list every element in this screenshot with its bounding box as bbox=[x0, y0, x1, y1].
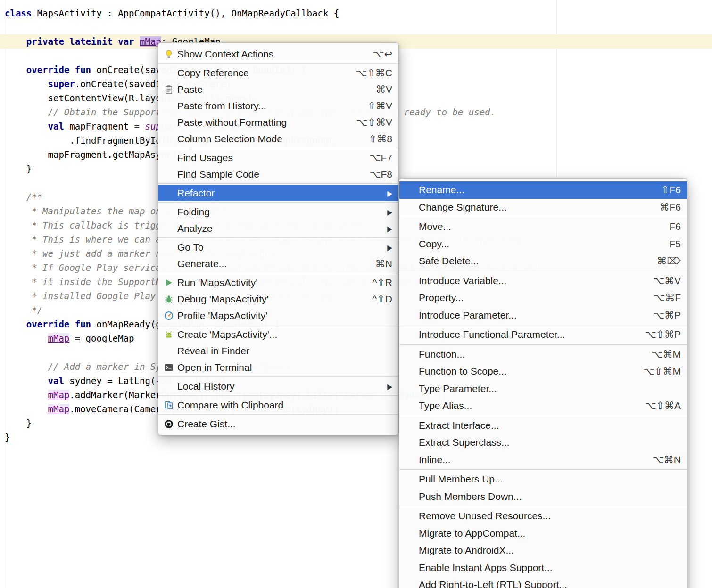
menu-item-shortcut: ⌥⇧⌘V bbox=[356, 117, 392, 128]
code-text bbox=[5, 376, 48, 386]
menu-item-shortcut: ^⇧R bbox=[372, 277, 392, 288]
menu-separator bbox=[399, 344, 687, 345]
menu-item-show-context-actions[interactable]: Show Context Actions⌥↩ bbox=[158, 46, 398, 62]
menu-item-copy-reference[interactable]: Copy Reference⌥⇧⌘C bbox=[158, 65, 398, 81]
code-text: } bbox=[5, 418, 32, 428]
run-icon bbox=[163, 277, 174, 288]
menu-item-shortcut: ⌥⌘P bbox=[653, 310, 681, 321]
menu-item-introduce-parameter[interactable]: Introduce Parameter...⌥⌘P bbox=[399, 307, 687, 324]
code-text bbox=[5, 36, 26, 47]
menu-item-label: Folding bbox=[177, 206, 376, 218]
menu-item-shortcut: ⌥⇧⌘M bbox=[643, 366, 681, 377]
menu-item-column-selection-mode[interactable]: Column Selection Mode⇧⌘8 bbox=[158, 131, 398, 147]
menu-item-property[interactable]: Property...⌥⌘F bbox=[399, 289, 687, 307]
menu-item-add-right-to-left-rtl-support[interactable]: Add Right-to-Left (RTL) Support... bbox=[399, 576, 687, 588]
menu-separator bbox=[158, 202, 398, 203]
menu-item-move[interactable]: Move...F6 bbox=[399, 218, 687, 236]
menu-item-paste-from-history[interactable]: Paste from History...⇧⌘V bbox=[158, 98, 398, 114]
menu-item-open-in-terminal[interactable]: Open in Terminal bbox=[158, 359, 398, 376]
code-text: = googleMap bbox=[69, 333, 134, 343]
menu-item-label: Local History bbox=[177, 381, 376, 392]
menu-item-debug-mapsactivity[interactable]: Debug 'MapsActivity'^⇧D bbox=[158, 291, 398, 307]
menu-item-go-to[interactable]: Go To▶ bbox=[158, 239, 398, 255]
menu-item-reveal-in-finder[interactable]: Reveal in Finder bbox=[158, 343, 398, 359]
terminal-icon bbox=[163, 362, 174, 373]
menu-item-extract-superclass[interactable]: Extract Superclass... bbox=[399, 434, 687, 451]
menu-item-function-to-scope[interactable]: Function to Scope...⌥⇧⌘M bbox=[399, 363, 687, 380]
menu-item-label: Enable Instant Apps Support... bbox=[419, 562, 681, 573]
menu-separator bbox=[399, 469, 687, 470]
menu-item-copy[interactable]: Copy...F5 bbox=[399, 236, 687, 253]
menu-item-shortcut: ⌥⌘N bbox=[653, 454, 681, 466]
gutter-guide-line bbox=[4, 0, 4, 588]
menu-item-label: Function... bbox=[419, 349, 640, 360]
menu-item-create-mapsactivity[interactable]: Create 'MapsActivity'... bbox=[158, 326, 398, 343]
menu-item-migrate-to-androidx[interactable]: Migrate to AndroidX... bbox=[399, 542, 687, 559]
icon-placeholder bbox=[163, 206, 174, 218]
menu-item-shortcut: ^⇧D bbox=[372, 294, 392, 305]
icon-placeholder bbox=[163, 100, 174, 112]
code-text bbox=[134, 36, 140, 47]
menu-item-paste-without-formatting[interactable]: Paste without Formatting⌥⇧⌘V bbox=[158, 114, 398, 131]
menu-item-type-parameter[interactable]: Type Parameter... bbox=[399, 380, 687, 398]
menu-item-extract-interface[interactable]: Extract Interface... bbox=[399, 417, 687, 434]
menu-item-analyze[interactable]: Analyze▶ bbox=[158, 220, 398, 237]
menu-item-label: Introduce Variable... bbox=[419, 275, 642, 286]
field-usage-highlight: mMap bbox=[48, 390, 70, 400]
menu-item-label: Type Alias... bbox=[419, 400, 633, 411]
menu-item-paste[interactable]: Paste⌘V bbox=[158, 81, 398, 98]
icon-placeholder bbox=[163, 242, 174, 253]
menu-item-label: Move... bbox=[419, 221, 658, 232]
menu-item-introduce-variable[interactable]: Introduce Variable...⌥⌘V bbox=[399, 272, 687, 290]
menu-item-run-mapsactivity[interactable]: Run 'MapsActivity'^⇧R bbox=[158, 274, 398, 291]
menu-item-folding[interactable]: Folding▶ bbox=[158, 204, 398, 220]
menu-item-type-alias[interactable]: Type Alias...⌥⇧⌘A bbox=[399, 397, 687, 415]
code-text bbox=[5, 404, 48, 414]
menu-item-profile-mapsactivity[interactable]: Profile 'MapsActivity' bbox=[158, 307, 398, 324]
menu-item-inline[interactable]: Inline...⌥⌘N bbox=[399, 451, 687, 469]
menu-item-label: Introduce Parameter... bbox=[419, 310, 642, 321]
code-text: sydney = LatLng( bbox=[64, 376, 156, 386]
menu-item-migrate-to-appcompat[interactable]: Migrate to AppCompat... bbox=[399, 525, 687, 542]
compare-icon bbox=[163, 400, 174, 411]
menu-separator bbox=[399, 416, 687, 416]
menu-item-introduce-functional-parameter[interactable]: Introduce Functional Parameter...⌥⇧⌘P bbox=[399, 326, 687, 343]
menu-item-label: Function to Scope... bbox=[419, 366, 632, 377]
menu-item-change-signature[interactable]: Change Signature...⌘F6 bbox=[399, 199, 687, 216]
menu-separator bbox=[158, 183, 398, 184]
menu-item-pull-members-up[interactable]: Pull Members Up... bbox=[399, 471, 687, 488]
menu-item-shortcut: ⌥⌘F bbox=[654, 292, 681, 303]
field-usage-highlight: mMap bbox=[48, 333, 70, 343]
menu-item-function[interactable]: Function...⌥⌘M bbox=[399, 346, 687, 363]
code-text bbox=[5, 333, 48, 343]
menu-item-label: Paste without Formatting bbox=[177, 117, 345, 128]
menu-item-shortcut: ⌥F8 bbox=[369, 169, 392, 180]
icon-placeholder bbox=[163, 133, 174, 145]
menu-item-compare-with-clipboard[interactable]: Compare with Clipboard bbox=[158, 397, 398, 413]
menu-item-label: Extract Superclass... bbox=[419, 437, 681, 448]
menu-item-enable-instant-apps-support[interactable]: Enable Instant Apps Support... bbox=[399, 559, 687, 577]
comment-token: */ bbox=[5, 305, 42, 315]
menu-item-remove-unused-resources[interactable]: Remove Unused Resources... bbox=[399, 507, 687, 525]
submenu-arrow-icon: ▶ bbox=[387, 188, 392, 197]
menu-item-push-members-down[interactable]: Push Members Down... bbox=[399, 488, 687, 506]
menu-item-label: Open in Terminal bbox=[177, 362, 392, 373]
keyword-token: super bbox=[48, 79, 75, 89]
menu-item-rename[interactable]: Rename...⇧F6 bbox=[399, 181, 687, 199]
menu-item-local-history[interactable]: Local History▶ bbox=[158, 378, 398, 394]
menu-item-refactor[interactable]: Refactor▶ bbox=[158, 185, 398, 201]
menu-item-label: Paste from History... bbox=[177, 100, 356, 112]
menu-item-label: Inline... bbox=[419, 454, 641, 466]
menu-item-safe-delete[interactable]: Safe Delete...⌘⌦ bbox=[399, 253, 687, 270]
menu-item-shortcut: ⌥⇧⌘A bbox=[645, 400, 681, 411]
menu-item-label: Compare with Clipboard bbox=[177, 400, 392, 411]
menu-item-shortcut: ⌥⇧⌘C bbox=[356, 67, 392, 79]
menu-item-create-gist[interactable]: Create Gist... bbox=[158, 416, 398, 432]
menu-item-generate[interactable]: Generate...⌘N bbox=[158, 255, 398, 272]
menu-separator bbox=[158, 325, 398, 325]
keyword-token: private lateinit var bbox=[26, 36, 134, 47]
menu-item-find-usages[interactable]: Find Usages⌥F7 bbox=[158, 149, 398, 166]
refactor-submenu: Rename...⇧F6Change Signature...⌘F6Move..… bbox=[399, 178, 687, 588]
menu-item-find-sample-code[interactable]: Find Sample Code⌥F8 bbox=[158, 166, 398, 182]
icon-placeholder bbox=[163, 169, 174, 180]
